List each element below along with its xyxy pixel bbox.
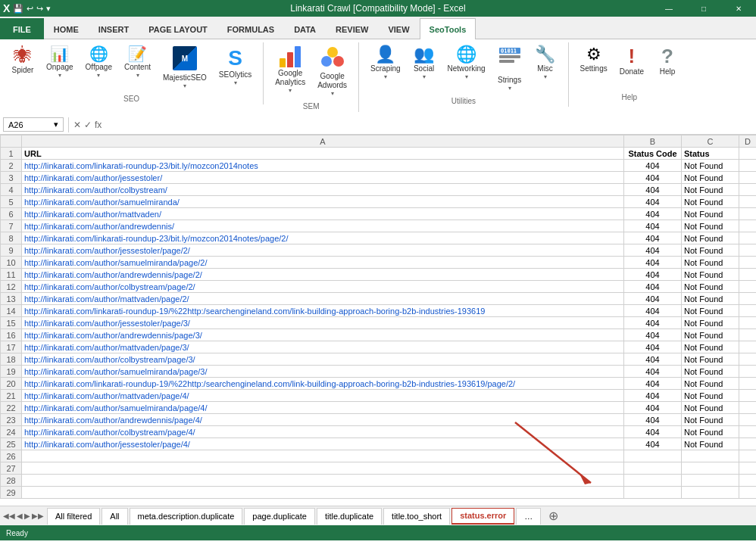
tab-all[interactable]: All	[102, 508, 127, 525]
table-row: 25http://linkarati.com/author/jessestole…	[1, 438, 757, 450]
status-cell	[682, 462, 739, 475]
offpage-button[interactable]: 🌐 Offpage ▾	[80, 44, 117, 81]
col-header-c[interactable]: C	[682, 135, 739, 148]
url-cell[interactable]: http://linkarati.com/author/samuelmirand…	[22, 196, 624, 208]
settings-button[interactable]: ⚙ Settings	[575, 44, 613, 76]
url-cell[interactable]	[22, 450, 624, 462]
url-cell[interactable]: http://linkarati.com/author/andrewdennis…	[22, 414, 624, 426]
url-cell[interactable]	[22, 462, 624, 475]
tab-title-duplicate[interactable]: title.duplicate	[317, 508, 382, 525]
minimize-button[interactable]: —	[651, 0, 686, 17]
status-code-cell: 404	[624, 196, 682, 208]
content-button[interactable]: 📝 Content ▾	[119, 44, 156, 81]
tab-page-layout[interactable]: PAGE LAYOUT	[139, 18, 217, 39]
url-cell[interactable]	[22, 487, 624, 499]
sem-group-label: SEM	[303, 99, 320, 111]
tab-title-too-short[interactable]: title.too_short	[383, 508, 450, 525]
tab-nav-prev[interactable]: ◀	[17, 512, 23, 520]
tab-all-filtered[interactable]: All filtered	[47, 508, 100, 525]
sheet-area: A B C D 1URLStatus CodeStatus2http://lin…	[0, 135, 756, 506]
google-adwords-button[interactable]: GoogleAdwords ▾	[312, 44, 352, 99]
tab-data[interactable]: DATA	[284, 18, 326, 39]
url-cell[interactable]: http://linkarati.com/author/andrewdennis…	[22, 220, 624, 232]
tab-nav-next[interactable]: ▶	[24, 512, 30, 520]
tab-meta-description-duplicate[interactable]: meta.description.duplicate	[130, 508, 243, 525]
table-row: 12http://linkarati.com/author/colbystrea…	[1, 281, 757, 293]
row-number: 24	[1, 426, 22, 438]
url-cell[interactable]: http://linkarati.com/author/jessestoler/…	[22, 317, 624, 329]
quick-save-icon[interactable]: 💾	[13, 4, 23, 14]
url-cell[interactable]: http://linkarati.com/linkarati-roundup-2…	[22, 160, 624, 172]
networking-button[interactable]: 🌐 Networking ▾	[442, 44, 491, 83]
strings-button[interactable]: 01011 01011 Strings ▾	[492, 44, 527, 94]
tab-nav-last[interactable]: ▶▶	[32, 512, 44, 520]
row-number: 16	[1, 329, 22, 341]
seolytics-button[interactable]: S SEOlytics ▾	[214, 44, 257, 89]
name-box[interactable]: A26 ▾	[3, 117, 64, 132]
url-cell[interactable]: http://linkarati.com/author/mattvaden/pa…	[22, 390, 624, 402]
tab-more[interactable]: …	[516, 508, 541, 525]
formula-input[interactable]	[102, 120, 753, 129]
url-cell[interactable]: http://linkarati.com/author/mattvaden/pa…	[22, 293, 624, 305]
tab-status-error[interactable]: status.error	[451, 508, 514, 525]
status-code-cell: 404	[624, 378, 682, 390]
url-cell[interactable]: http://linkarati.com/author/jessestoler/…	[22, 244, 624, 257]
status-code-cell: 404	[624, 353, 682, 366]
col-d-cell	[739, 438, 757, 450]
row-number: 1	[1, 148, 22, 160]
maximize-button[interactable]: □	[686, 0, 721, 17]
url-cell[interactable]: http://linkarati.com/author/colbystream/…	[22, 281, 624, 293]
spider-button[interactable]: 🕷 Spider	[6, 44, 39, 77]
cancel-formula-icon[interactable]: ✕	[73, 120, 81, 130]
tab-insert[interactable]: INSERT	[89, 18, 139, 39]
col-d-cell	[739, 487, 757, 499]
tab-review[interactable]: REVIEW	[326, 18, 378, 39]
content-label: Content	[124, 63, 151, 72]
url-cell[interactable]: http://linkarati.com/author/colbystream/…	[22, 426, 624, 438]
close-button[interactable]: ✕	[721, 0, 756, 17]
status-cell: Not Found	[682, 281, 739, 293]
tab-page-duplicate[interactable]: page.duplicate	[244, 508, 315, 525]
url-cell[interactable]: http://linkarati.com/author/andrewdennis…	[22, 329, 624, 341]
help-button[interactable]: ? Help	[651, 44, 684, 79]
status-code-cell	[624, 487, 682, 499]
quick-undo-icon[interactable]: ↩	[27, 4, 33, 14]
col-header-a[interactable]: A	[22, 135, 624, 148]
content-icon: 📝	[128, 46, 147, 61]
quick-redo-icon[interactable]: ↪	[36, 4, 43, 14]
svg-rect-4	[499, 55, 520, 58]
url-cell[interactable]: http://linkarati.com/author/mattvaden/pa…	[22, 341, 624, 353]
onpage-button[interactable]: 📊 Onpage ▾	[41, 44, 79, 81]
social-button[interactable]: 👥 Social ▾	[408, 44, 441, 83]
url-cell[interactable]: http://linkarati.com/author/samuelmirand…	[22, 402, 624, 414]
url-cell[interactable]: http://linkarati.com/author/samuelmirand…	[22, 257, 624, 269]
url-cell[interactable]: http://linkarati.com/author/mattvaden/	[22, 208, 624, 220]
donate-button[interactable]: ! Donate	[614, 44, 649, 79]
url-cell[interactable]: http://linkarati.com/author/jessestoler/…	[22, 438, 624, 450]
misc-button[interactable]: 🔧 Misc ▾	[529, 44, 562, 83]
url-cell[interactable]: http://linkarati.com/linkarati-roundup-1…	[22, 378, 624, 390]
url-cell[interactable]: http://linkarati.com/author/samuelmirand…	[22, 366, 624, 378]
tab-seotools[interactable]: SeoTools	[420, 18, 476, 39]
url-cell[interactable]: http://linkarati.com/author/andrewdennis…	[22, 269, 624, 281]
url-cell[interactable]: http://linkarati.com/author/colbystream/	[22, 184, 624, 196]
tab-home[interactable]: HOME	[44, 18, 89, 39]
col-header-b[interactable]: B	[624, 135, 682, 148]
insert-function-icon[interactable]: fx	[95, 120, 102, 130]
tab-nav-first[interactable]: ◀◀	[3, 512, 15, 520]
url-cell[interactable]: http://linkarati.com/author/colbystream/…	[22, 353, 624, 366]
url-cell[interactable]: http://linkarati.com/author/jessestoler/	[22, 172, 624, 184]
quick-more-icon[interactable]: ▾	[46, 4, 51, 14]
confirm-formula-icon[interactable]: ✓	[84, 120, 92, 130]
tab-file[interactable]: FILE	[0, 18, 44, 39]
tab-formulas[interactable]: FORMULAS	[217, 18, 284, 39]
url-cell[interactable]: http://linkarati.com/linkarati-roundup-2…	[22, 232, 624, 244]
majestic-button[interactable]: M MajesticSEO ▾	[158, 44, 212, 92]
add-sheet-button[interactable]: ⊕	[542, 509, 564, 523]
url-cell[interactable]: http://linkarati.com/linkarati-roundup-1…	[22, 305, 624, 317]
url-cell[interactable]	[22, 475, 624, 487]
tab-view[interactable]: VIEW	[378, 18, 419, 39]
scraping-button[interactable]: 👤 Scraping ▾	[365, 44, 405, 83]
col-header-d[interactable]: D	[739, 135, 757, 148]
google-analytics-button[interactable]: GoogleAnalytics ▾	[270, 44, 311, 96]
